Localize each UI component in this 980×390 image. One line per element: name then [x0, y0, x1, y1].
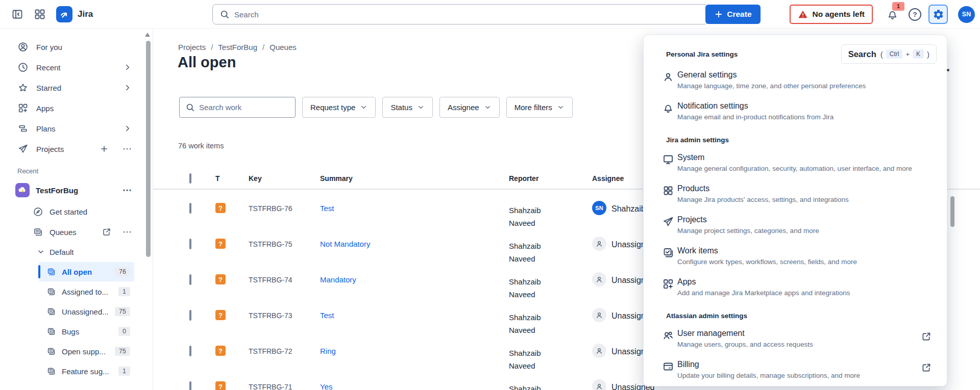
settings-search-button[interactable]: Search ( Ctrl + K )	[841, 44, 937, 64]
sidebar-queue-open-support[interactable]: Open supp... 75	[39, 342, 134, 361]
sidebar-item-apps[interactable]: Apps	[0, 98, 153, 118]
plans-icon	[17, 123, 29, 134]
sidebar-item-for-you[interactable]: For you	[0, 37, 153, 57]
queues-more-icon[interactable]: ⋯	[122, 226, 132, 238]
row-checkbox[interactable]	[189, 203, 191, 214]
menu-item-system[interactable]: System Manage general configuration, sec…	[644, 147, 947, 178]
menu-item-notification-settings[interactable]: Notification settings Manage email and i…	[644, 96, 947, 127]
scroll-dot	[947, 69, 949, 71]
sidebar-item-projects[interactable]: Projects ⋯	[0, 139, 153, 159]
project-more-icon[interactable]: ⋯	[122, 185, 132, 196]
chevron-down-icon	[360, 103, 368, 111]
open-in-new-icon[interactable]	[102, 227, 111, 237]
jira-home-link[interactable]: Jira	[56, 6, 93, 22]
menu-item-projects[interactable]: Projects Manage project settings, catego…	[644, 210, 947, 241]
user-avatar[interactable]: SN	[958, 6, 975, 23]
plus-icon	[714, 10, 723, 19]
collapse-sidebar-icon[interactable]	[11, 8, 23, 20]
global-search-input[interactable]	[234, 10, 701, 19]
sidebar-item-queues[interactable]: Queues ⋯	[0, 222, 153, 242]
app-name: Jira	[78, 9, 93, 19]
notifications-button[interactable]: 1	[886, 8, 899, 21]
breadcrumb-projects[interactable]: Projects	[178, 43, 206, 51]
menu-item-work-items[interactable]: Work items Configure work types, workflo…	[644, 241, 947, 272]
request-type-filter[interactable]: Request type	[302, 97, 376, 118]
page-scrollbar[interactable]	[950, 196, 954, 227]
sidebar-item-get-started[interactable]: Get started	[0, 201, 153, 222]
sidebar-queue-unassigned[interactable]: Unassigned... 75	[39, 302, 134, 321]
star-icon	[17, 82, 29, 93]
breadcrumb-queues[interactable]: Queues	[270, 43, 297, 51]
menu-item-apps[interactable]: Apps Add and manage Jira Marketplace app…	[644, 272, 947, 303]
chevron-down-icon	[417, 103, 425, 111]
row-checkbox[interactable]	[189, 346, 191, 356]
work-item-key: TSTFRBG-73	[249, 302, 320, 337]
add-project-icon[interactable]	[100, 144, 109, 153]
work-item-summary-link[interactable]: Ring	[320, 347, 336, 355]
sidebar-scrollbar[interactable]	[146, 41, 151, 257]
app-switcher-icon[interactable]	[34, 8, 46, 20]
reporter-name: Shahzaib Naveed	[509, 311, 556, 336]
sidebar-project-testforbug[interactable]: TestForBug ⋯	[0, 179, 153, 201]
chevron-down-icon	[557, 103, 565, 111]
rocket-icon	[17, 143, 29, 154]
work-search-input[interactable]	[199, 103, 289, 112]
row-checkbox[interactable]	[189, 239, 191, 249]
breadcrumb-testforbug[interactable]: TestForBug	[218, 43, 257, 51]
queue-count-badge: 1	[118, 287, 130, 296]
people-icon	[662, 328, 674, 342]
search-icon	[219, 9, 230, 19]
sidebar-queue-all-open[interactable]: All open 76	[39, 262, 134, 281]
row-checkbox[interactable]	[189, 274, 191, 285]
queue-icon	[46, 267, 56, 277]
menu-item-billing[interactable]: Billing Update your billing details, man…	[644, 354, 947, 385]
grid-icon	[662, 184, 674, 197]
work-item-summary-link[interactable]: Test	[320, 204, 334, 213]
work-item-summary-link[interactable]: Mandatory	[320, 275, 356, 284]
no-agents-left-button[interactable]: No agents left	[790, 5, 873, 24]
sidebar-group-default[interactable]: Default	[0, 242, 153, 262]
filter-bar: Request type Status Assignee More filter…	[179, 97, 573, 118]
topbar-left-group: Jira	[11, 0, 93, 29]
row-checkbox[interactable]	[189, 310, 191, 321]
work-item-key: TSTFRBG-75	[249, 230, 320, 266]
recent-section-label: Recent	[0, 167, 153, 175]
work-search-box[interactable]	[179, 97, 296, 118]
sidebar-item-starred[interactable]: Starred	[0, 77, 153, 98]
status-filter[interactable]: Status	[382, 97, 433, 118]
reporter-name: Shahzaib Naveed	[509, 347, 556, 372]
sidebar-queue-bugs[interactable]: Bugs 0	[39, 322, 134, 341]
work-item-summary-link[interactable]: Not Mandatory	[320, 240, 370, 248]
question-type-icon: ?	[215, 274, 226, 284]
global-search-box[interactable]	[212, 4, 708, 24]
work-item-summary-link[interactable]: Test	[320, 311, 334, 320]
work-item-count: 76 work items	[178, 142, 224, 150]
sidebar-queue-assigned-to-me[interactable]: Assigned to... 1	[39, 282, 134, 301]
work-item-key: TSTFRBG-71	[249, 373, 320, 390]
help-button[interactable]: ?	[909, 8, 921, 21]
create-button[interactable]: Create	[705, 5, 760, 24]
person-circle-icon	[17, 41, 29, 53]
menu-item-products[interactable]: Products Manage Jira products' access, s…	[644, 178, 947, 210]
row-checkbox[interactable]	[189, 381, 191, 390]
sidebar-queue-feature-suggestions[interactable]: Feature sug... 1	[39, 361, 134, 381]
work-items-icon	[662, 246, 674, 259]
chevron-down-icon	[37, 248, 45, 256]
sidebar-item-plans[interactable]: Plans	[0, 118, 153, 139]
menu-item-user-management[interactable]: User management Manage users, groups, an…	[644, 323, 947, 354]
menu-item-general-settings[interactable]: General settings Manage language, time z…	[644, 65, 947, 96]
assignee-filter[interactable]: Assignee	[439, 97, 500, 118]
select-all-checkbox[interactable]	[189, 173, 191, 184]
column-type: T	[215, 174, 249, 183]
bell-icon	[662, 101, 674, 114]
sidebar: For you Recent Starred Apps Plans	[0, 29, 153, 390]
settings-button[interactable]	[928, 5, 948, 24]
more-filters-button[interactable]: More filters	[506, 97, 573, 118]
queue-count-badge: 75	[115, 347, 130, 356]
sidebar-scroll-up-arrow[interactable]	[145, 33, 150, 37]
projects-more-icon[interactable]: ⋯	[122, 143, 132, 154]
work-item-summary-link[interactable]: Yes	[320, 382, 332, 390]
sidebar-item-recent[interactable]: Recent	[0, 57, 153, 77]
queue-icon	[46, 287, 56, 297]
clock-icon	[17, 62, 29, 73]
